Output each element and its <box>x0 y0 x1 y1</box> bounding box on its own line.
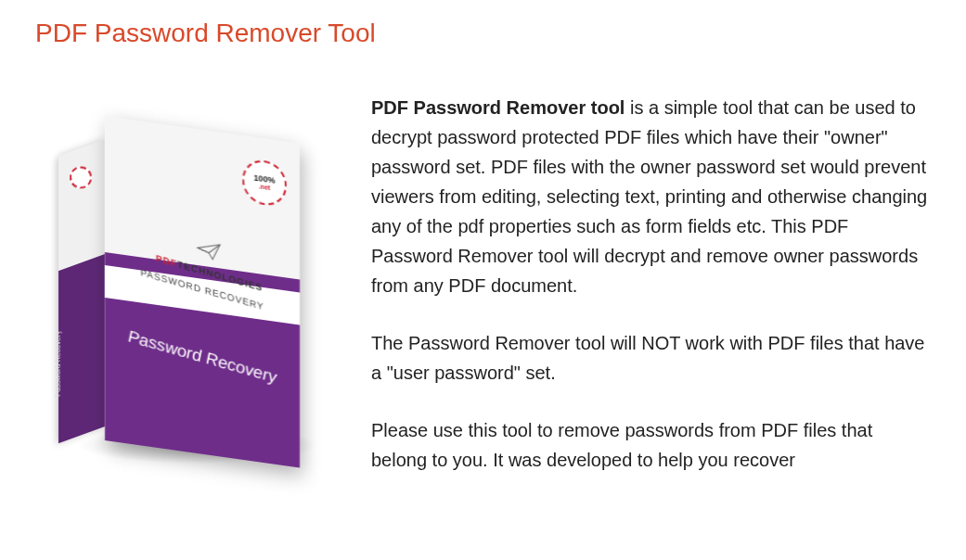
description-paragraph-1: PDF Password Remover tool is a simple to… <box>371 93 931 300</box>
box-side-label: Password Recovery <box>54 322 62 399</box>
description-paragraph-2: The Password Remover tool will NOT work … <box>371 328 931 388</box>
description-paragraph-3: Please use this tool to remove passwords… <box>371 415 931 475</box>
page-title: PDF Password Remover Tool <box>35 19 931 48</box>
description-text: PDF Password Remover tool is a simple to… <box>371 93 931 503</box>
product-box-image: Password Recovery 100% .net PDFTECHNOLOG… <box>35 93 341 482</box>
box-main-label: Password Recovery <box>105 320 300 394</box>
hundred-percent-badge: 100% .net <box>242 158 287 209</box>
paper-plane-icon <box>196 236 224 264</box>
main-content: Password Recovery 100% .net PDFTECHNOLOG… <box>35 93 931 503</box>
